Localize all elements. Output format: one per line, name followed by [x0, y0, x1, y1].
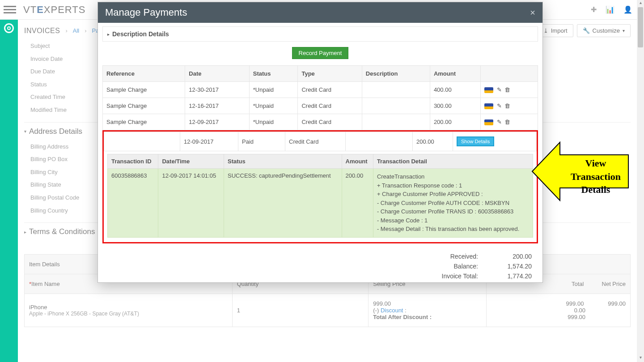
scroll-up-icon[interactable]: ▴ [637, 0, 644, 7]
scroll-thumb[interactable] [638, 7, 643, 20]
manage-payments-modal: Manage Payments × ▸ Description Details … [97, 2, 543, 20]
page-scrollbar[interactable]: ▴ ▾ [637, 0, 644, 20]
modal-header: Manage Payments × [98, 2, 542, 20]
modal-title: Manage Payments [105, 7, 187, 18]
modal-backdrop: Manage Payments × ▸ Description Details … [0, 0, 644, 20]
close-icon[interactable]: × [530, 8, 535, 18]
